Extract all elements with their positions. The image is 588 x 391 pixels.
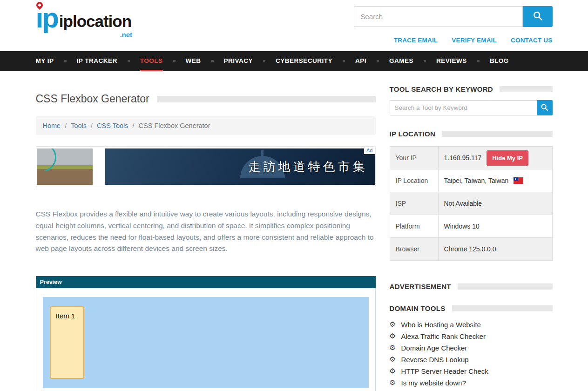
row-label: ISP xyxy=(390,192,438,215)
hide-my-ip-button[interactable]: Hide My IP xyxy=(487,150,528,166)
ad-left-photo xyxy=(37,148,93,185)
header-search-button[interactable] xyxy=(523,6,553,27)
search-icon xyxy=(533,11,543,22)
nav-item-blog[interactable]: BLOG xyxy=(490,51,509,71)
list-item: ⚙ Alexa Traffic Rank Checker xyxy=(390,332,553,340)
ad-badge: Ad xyxy=(364,147,374,154)
logo-wordmark: iplocation xyxy=(59,12,131,30)
platform-value: Windows 10 xyxy=(438,215,552,238)
heading-decorative-bar xyxy=(458,283,553,290)
site-logo[interactable]: ıp iplocation .net xyxy=(36,5,132,44)
tool-search-heading: TOOL SEARCH BY KEYWORD xyxy=(390,85,493,93)
nav-item-api[interactable]: API xyxy=(355,51,389,71)
row-label: IP Location xyxy=(390,169,438,192)
sidebar: TOOL SEARCH BY KEYWORD IP LOCATION xyxy=(390,85,553,391)
breadcrumb-separator xyxy=(133,122,135,129)
ip-location-value: Taipei, Taiwan, Taiwan xyxy=(444,177,509,184)
nav-item-games[interactable]: GAMES xyxy=(389,51,436,71)
table-row: ISP Not Available xyxy=(390,192,552,215)
your-ip-value: 1.160.95.117 xyxy=(444,154,482,162)
header-search xyxy=(354,6,553,27)
flex-preview-item: Item 1 xyxy=(50,306,84,379)
isp-value: Not Available xyxy=(438,192,552,215)
list-item: ⚙ Reverse DNS Lookup xyxy=(390,355,553,364)
main-column: CSS Flexbox Generator Home Tools CSS Too… xyxy=(36,85,376,391)
row-label: Browser xyxy=(390,238,438,261)
table-row: Browser Chrome 125.0.0.0 xyxy=(390,238,552,261)
domain-tool-link-reverse-dns[interactable]: Reverse DNS Lookup xyxy=(401,356,469,364)
gear-icon: ⚙ xyxy=(390,332,401,340)
taiwan-flag-icon xyxy=(514,177,523,184)
title-decorative-bar xyxy=(157,96,376,102)
breadcrumb-separator xyxy=(65,122,67,129)
logo-text: iplocation .net xyxy=(59,12,131,31)
nav-item-cybersecurity[interactable]: CYBERSECURITY xyxy=(276,51,355,71)
gear-icon: ⚙ xyxy=(390,320,401,329)
list-item: ⚙ HTTP Server Header Check xyxy=(390,367,553,375)
top-header: ıp iplocation .net xyxy=(0,0,588,51)
page-title: CSS Flexbox Generator xyxy=(36,93,149,105)
tool-search-button[interactable] xyxy=(537,100,553,115)
domain-tools-list: ⚙ Who is Hosting a Website ⚙ Alexa Traff… xyxy=(390,320,553,391)
breadcrumb-current: CSS Flexbox Generator xyxy=(139,122,210,129)
row-label: Your IP xyxy=(390,147,438,169)
nav-item-reviews[interactable]: REVIEWS xyxy=(436,51,490,71)
heading-decorative-bar xyxy=(452,305,553,311)
domain-tool-link-http-header[interactable]: HTTP Server Header Check xyxy=(401,367,488,375)
breadcrumb: Home Tools CSS Tools CSS Flexbox Generat… xyxy=(36,116,376,135)
preview-card: Preview Item 1 xyxy=(36,276,376,391)
breadcrumb-css-tools[interactable]: CSS Tools xyxy=(97,122,128,129)
tool-search xyxy=(390,100,553,115)
ad-caption: 走訪地道特色市集 xyxy=(249,159,375,175)
domain-tool-link-hosting[interactable]: Who is Hosting a Website xyxy=(401,321,481,329)
flex-preview-container: Item 1 xyxy=(43,297,369,388)
heading-decorative-bar xyxy=(500,86,553,92)
nav-item-tools[interactable]: TOOLS xyxy=(140,51,186,71)
trace-email-link[interactable]: TRACE EMAIL xyxy=(394,37,438,44)
gear-icon: ⚙ xyxy=(390,367,401,375)
logo-mark: ıp xyxy=(36,5,58,31)
verify-email-link[interactable]: VERIFY EMAIL xyxy=(452,37,497,44)
row-label: Platform xyxy=(390,215,438,238)
ad-banner[interactable]: 走訪地道特色市集 Ad xyxy=(36,146,376,187)
list-item: ⚙ Is my website down? xyxy=(390,378,553,387)
breadcrumb-tools[interactable]: Tools xyxy=(71,122,87,129)
logo-tld: .net xyxy=(120,31,132,39)
advertisement-heading: ADVERTISEMENT xyxy=(390,283,451,290)
breadcrumb-separator xyxy=(91,122,93,129)
breadcrumb-home[interactable]: Home xyxy=(43,122,61,129)
browser-value: Chrome 125.0.0.0 xyxy=(438,238,552,261)
ip-location-table: Your IP 1.160.95.117 Hide My IP IP Locat… xyxy=(390,146,553,261)
preview-header: Preview xyxy=(36,276,376,288)
header-search-input[interactable] xyxy=(354,6,523,27)
contact-us-link[interactable]: CONTACT US xyxy=(511,37,553,44)
list-item: ⚙ Domain Age Checker xyxy=(390,344,553,352)
domain-tool-link-domain-age[interactable]: Domain Age Checker xyxy=(401,344,467,352)
list-item: ⚙ Who is Hosting a Website xyxy=(390,320,553,329)
ip-location-heading: IP LOCATION xyxy=(390,130,436,138)
ad-main-photo: 走訪地道特色市集 xyxy=(105,148,375,185)
domain-tool-link-website-down[interactable]: Is my website down? xyxy=(401,379,466,387)
tool-description: CSS Flexbox provides a flexible and intu… xyxy=(36,209,376,255)
gear-icon: ⚙ xyxy=(390,378,401,387)
main-nav: MY IP IP TRACKER TOOLS WEB PRIVACY CYBER… xyxy=(0,51,588,71)
gear-icon: ⚙ xyxy=(390,344,401,352)
ad-squiggle-decoration xyxy=(37,148,62,177)
header-links: TRACE EMAIL VERIFY EMAIL CONTACT US xyxy=(394,37,553,44)
search-icon xyxy=(541,103,548,113)
nav-item-my-ip[interactable]: MY IP xyxy=(36,51,77,71)
tool-search-input[interactable] xyxy=(390,100,537,115)
table-row: Your IP 1.160.95.117 Hide My IP xyxy=(390,147,552,169)
gear-icon: ⚙ xyxy=(390,355,401,364)
nav-item-web[interactable]: WEB xyxy=(186,51,224,71)
table-row: Platform Windows 10 xyxy=(390,215,552,238)
domain-tool-link-alexa-rank[interactable]: Alexa Traffic Rank Checker xyxy=(401,332,486,340)
table-row: IP Location Taipei, Taiwan, Taiwan xyxy=(390,169,552,192)
heading-decorative-bar xyxy=(442,131,552,137)
domain-tools-heading: DOMAIN TOOLS xyxy=(390,304,446,312)
preview-body: Item 1 xyxy=(36,288,376,391)
nav-item-ip-tracker[interactable]: IP TRACKER xyxy=(77,51,140,71)
nav-item-privacy[interactable]: PRIVACY xyxy=(224,51,276,71)
